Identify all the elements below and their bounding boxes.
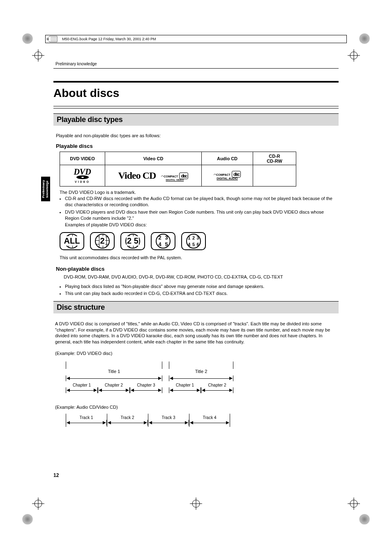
registration-circle bbox=[23, 34, 32, 44]
registration-circle bbox=[360, 34, 369, 44]
video-cd-logo: Video CD ◠COMPACT disc DIGITAL VIDEO bbox=[105, 165, 202, 187]
list-item: This unit can play back audio recorded i… bbox=[65, 290, 339, 297]
example-cd-label: (Example: Audio CD/Video CD) bbox=[55, 405, 339, 410]
crop-mark bbox=[348, 497, 360, 510]
nonplayable-list: DVD-ROM, DVD-RAM, DVD AUDIO, DVD-R, DVD-… bbox=[64, 274, 339, 279]
framemaker-header: M50-ENG.book Page 12 Friday, March 30, 2… bbox=[45, 35, 347, 43]
region-code-2345: 2345 bbox=[151, 232, 175, 250]
dvd-structure-diagram: Title 1 Chapter 1 Chapter 2 Chapter 3 Ti… bbox=[66, 362, 339, 393]
notes-list-bottom: Playing back discs listed as "Non-playab… bbox=[65, 283, 339, 297]
table-header: Video CD bbox=[105, 152, 202, 165]
audio-cd-logo: ◠COMPACT disc DIGITAL AUDIO bbox=[202, 165, 253, 187]
registration-circle bbox=[360, 514, 369, 524]
list-item: CD-R and CD-RW discs recorded with the A… bbox=[65, 196, 339, 208]
disc-types-table: DVD VIDEO Video CD Audio CD CD-R CD-RW D… bbox=[60, 152, 296, 187]
notes-list: CD-R and CD-RW discs recorded with the A… bbox=[65, 196, 339, 228]
region-code-25: 2 5 bbox=[120, 232, 145, 250]
table-header: CD-R CD-RW bbox=[253, 152, 296, 165]
region-code-123456: 123456 bbox=[181, 232, 206, 250]
header-filepath: M50-ENG.book Page 12 Friday, March 30, 2… bbox=[58, 37, 156, 41]
svg-point-15 bbox=[48, 39, 49, 40]
list-item: Playing back discs listed as "Non-playab… bbox=[65, 283, 339, 290]
region-code-examples: ALL 2 2 5 2345 123456 bbox=[60, 232, 339, 250]
dvd-video-logo: DVD VIDEO bbox=[60, 165, 105, 187]
section-heading-playable: Playable disc types bbox=[53, 113, 339, 126]
region-code-all: ALL bbox=[60, 232, 84, 250]
cdr-cell bbox=[253, 165, 296, 187]
cd-structure-diagram: Track 1 Track 2 Track 3 Track 4 bbox=[66, 415, 339, 426]
registration-circle bbox=[23, 514, 32, 524]
table-header: Audio CD bbox=[202, 152, 253, 165]
crop-mark bbox=[32, 49, 44, 62]
page-title: About discs bbox=[53, 87, 339, 100]
crop-mark bbox=[32, 497, 44, 510]
section-heading-structure: Disc structure bbox=[53, 301, 339, 313]
table-header: DVD VIDEO bbox=[60, 152, 105, 165]
disc-structure-para: A DVD VIDEO disc is comprised of "titles… bbox=[55, 321, 339, 345]
list-item: DVD VIDEO players and DVD discs have the… bbox=[65, 209, 339, 228]
playable-discs-heading: Playable discs bbox=[56, 143, 339, 149]
page-number: 12 bbox=[53, 472, 59, 478]
crop-mark bbox=[348, 49, 360, 62]
trademark-note: The DVD VIDEO Logo is a trademark. bbox=[60, 190, 339, 195]
side-tab: Preliminary knowledge bbox=[41, 177, 50, 201]
nonplayable-heading: Non-playable discs bbox=[56, 266, 339, 272]
intro-text: Playable and non-playable disc types are… bbox=[56, 133, 339, 138]
crop-mark bbox=[190, 497, 202, 510]
example-dvd-label: (Example: DVD VIDEO disc) bbox=[55, 351, 339, 356]
running-head: Preliminary knowledge bbox=[53, 62, 339, 69]
pal-note: This unit accommodates discs recorded wi… bbox=[60, 255, 339, 260]
region-code-2: 2 bbox=[90, 232, 115, 250]
